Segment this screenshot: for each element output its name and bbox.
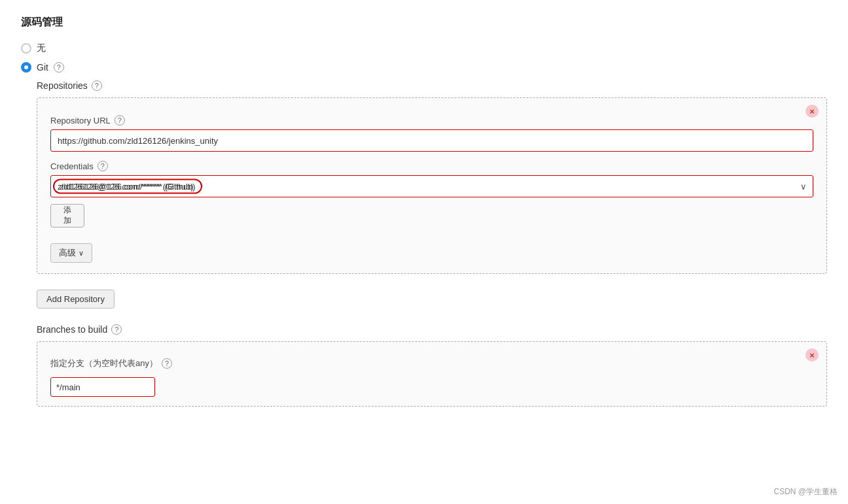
repositories-label-row: Repositories ? [37,80,827,91]
repositories-help-icon[interactable]: ? [92,80,102,91]
add-credential-label: 添加 [63,205,71,226]
radio-none-label: 无 [37,42,46,54]
repo-url-label: Repository URL [50,116,111,126]
radio-none[interactable]: 无 [21,42,827,54]
repo-url-input[interactable] [50,129,813,152]
radio-none-circle[interactable] [21,43,31,54]
branch-specifier-label: 指定分支（为空时代表any） [50,358,158,369]
radio-git[interactable]: Git ? [21,62,827,73]
branches-help-icon[interactable]: ? [111,324,122,335]
branch-card: × 指定分支（为空时代表any） ? [37,341,827,407]
branches-section: Branches to build ? × 指定分支（为空时代表any） ? [37,324,827,407]
repo-url-help-icon[interactable]: ? [115,115,125,126]
branch-close-button[interactable]: × [805,348,819,361]
add-credential-button[interactable]: 添加 [50,204,84,227]
section-title: 源码管理 [21,16,827,29]
branch-specifier-help-icon[interactable]: ? [162,358,172,369]
credentials-help-icon[interactable]: ? [97,161,108,171]
credentials-select-wrapper: zld126126@126.com/****** (Github) ∨ zld1… [50,175,813,197]
repositories-label: Repositories [37,80,88,91]
branch-specifier-input[interactable] [50,377,155,397]
git-help-icon[interactable]: ? [54,62,64,73]
add-repository-label: Add Repository [46,294,105,304]
repository-card: × Repository URL ? Credentials ? zld1261… [37,97,827,274]
credentials-label-row: Credentials ? [50,161,813,171]
close-icon: × [809,107,815,116]
credentials-label: Credentials [50,161,94,171]
branch-specifier-label-row: 指定分支（为空时代表any） ? [50,358,813,369]
branches-label-row: Branches to build ? [37,324,827,335]
advanced-label: 高级 [59,247,76,259]
repo-close-button[interactable]: × [805,105,819,118]
git-section: Repositories ? × Repository URL ? Creden… [37,80,827,407]
branch-close-icon: × [809,350,815,360]
advanced-button[interactable]: 高级 ∨ [50,243,92,263]
advanced-chevron-icon: ∨ [79,249,84,258]
page-container: 源码管理 无 Git ? Repositories ? × Repository… [0,0,848,422]
add-repository-button[interactable]: Add Repository [37,290,115,309]
repo-url-label-row: Repository URL ? [50,115,813,126]
branches-label: Branches to build [37,324,107,335]
credentials-select[interactable]: zld126126@126.com/****** (Github) [50,175,813,197]
radio-git-circle[interactable] [21,62,31,73]
radio-git-label: Git [37,62,48,73]
